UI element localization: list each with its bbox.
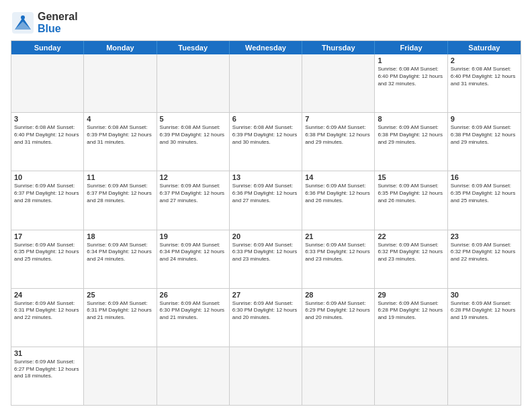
day-number-20: 20 xyxy=(232,232,299,240)
empty-cell-0-0 xyxy=(11,54,84,112)
day-cell-18: 18Sunrise: 6:09 AM Sunset: 6:34 PM Dayli… xyxy=(84,230,157,288)
calendar-row-6: 31Sunrise: 6:09 AM Sunset: 6:27 PM Dayli… xyxy=(11,347,521,405)
day-number-16: 16 xyxy=(451,173,518,181)
day-cell-16: 16Sunrise: 6:09 AM Sunset: 6:35 PM Dayli… xyxy=(448,171,521,229)
svg-point-3 xyxy=(21,15,25,19)
day-info-31: Sunrise: 6:09 AM Sunset: 6:27 PM Dayligh… xyxy=(14,359,81,380)
day-cell-2: 2Sunrise: 6:08 AM Sunset: 6:40 PM Daylig… xyxy=(448,54,521,112)
empty-cell-5-2 xyxy=(157,347,230,405)
empty-cell-0-3 xyxy=(230,54,302,112)
day-number-5: 5 xyxy=(160,115,226,123)
day-number-1: 1 xyxy=(378,56,444,64)
day-cell-31: 31Sunrise: 6:09 AM Sunset: 6:27 PM Dayli… xyxy=(11,347,84,405)
header-day-saturday: Saturday xyxy=(448,41,521,54)
day-cell-25: 25Sunrise: 6:09 AM Sunset: 6:31 PM Dayli… xyxy=(84,289,157,347)
logo-blue: Blue xyxy=(38,23,78,35)
day-number-28: 28 xyxy=(305,291,371,299)
day-info-5: Sunrise: 6:08 AM Sunset: 6:39 PM Dayligh… xyxy=(160,124,226,146)
logo: General Blue xyxy=(11,11,78,35)
day-cell-6: 6Sunrise: 6:08 AM Sunset: 6:39 PM Daylig… xyxy=(230,113,302,171)
header: General Blue xyxy=(11,11,521,35)
day-info-26: Sunrise: 6:09 AM Sunset: 6:30 PM Dayligh… xyxy=(160,300,226,322)
day-cell-4: 4Sunrise: 6:08 AM Sunset: 6:39 PM Daylig… xyxy=(84,113,157,171)
day-number-10: 10 xyxy=(14,173,81,181)
day-number-8: 8 xyxy=(378,115,444,123)
empty-cell-0-1 xyxy=(84,54,157,112)
day-info-17: Sunrise: 6:09 AM Sunset: 6:35 PM Dayligh… xyxy=(14,242,81,263)
day-cell-28: 28Sunrise: 6:09 AM Sunset: 6:29 PM Dayli… xyxy=(302,289,375,347)
day-cell-30: 30Sunrise: 6:09 AM Sunset: 6:28 PM Dayli… xyxy=(448,289,521,347)
day-info-24: Sunrise: 6:09 AM Sunset: 6:31 PM Dayligh… xyxy=(14,300,81,322)
day-number-9: 9 xyxy=(451,115,518,123)
day-cell-24: 24Sunrise: 6:09 AM Sunset: 6:31 PM Dayli… xyxy=(11,289,84,347)
day-number-3: 3 xyxy=(14,115,81,123)
calendar-row-4: 17Sunrise: 6:09 AM Sunset: 6:35 PM Dayli… xyxy=(11,230,521,288)
calendar-row-3: 10Sunrise: 6:09 AM Sunset: 6:37 PM Dayli… xyxy=(11,171,521,229)
empty-cell-0-4 xyxy=(302,54,375,112)
day-number-25: 25 xyxy=(87,291,153,299)
day-cell-17: 17Sunrise: 6:09 AM Sunset: 6:35 PM Dayli… xyxy=(11,230,84,288)
day-cell-15: 15Sunrise: 6:09 AM Sunset: 6:35 PM Dayli… xyxy=(375,171,447,229)
empty-cell-5-1 xyxy=(84,347,157,405)
header-day-friday: Friday xyxy=(375,41,447,54)
day-cell-27: 27Sunrise: 6:09 AM Sunset: 6:30 PM Dayli… xyxy=(230,289,302,347)
day-number-6: 6 xyxy=(232,115,299,123)
day-cell-5: 5Sunrise: 6:08 AM Sunset: 6:39 PM Daylig… xyxy=(157,113,230,171)
header-day-sunday: Sunday xyxy=(11,41,84,54)
day-info-9: Sunrise: 6:09 AM Sunset: 6:38 PM Dayligh… xyxy=(451,124,518,146)
calendar-body: 1Sunrise: 6:08 AM Sunset: 6:40 PM Daylig… xyxy=(11,54,521,405)
day-number-29: 29 xyxy=(378,291,444,299)
day-info-16: Sunrise: 6:09 AM Sunset: 6:35 PM Dayligh… xyxy=(451,183,518,204)
day-number-31: 31 xyxy=(14,349,81,357)
day-number-15: 15 xyxy=(378,173,444,181)
day-cell-14: 14Sunrise: 6:09 AM Sunset: 6:36 PM Dayli… xyxy=(302,171,375,229)
day-info-12: Sunrise: 6:09 AM Sunset: 6:37 PM Dayligh… xyxy=(160,183,226,204)
day-cell-9: 9Sunrise: 6:09 AM Sunset: 6:38 PM Daylig… xyxy=(448,113,521,171)
day-info-21: Sunrise: 6:09 AM Sunset: 6:33 PM Dayligh… xyxy=(305,242,371,263)
day-info-2: Sunrise: 6:08 AM Sunset: 6:40 PM Dayligh… xyxy=(451,66,518,87)
day-number-11: 11 xyxy=(87,173,153,181)
day-info-7: Sunrise: 6:09 AM Sunset: 6:38 PM Dayligh… xyxy=(305,124,371,146)
day-info-4: Sunrise: 6:08 AM Sunset: 6:39 PM Dayligh… xyxy=(87,124,153,146)
header-day-monday: Monday xyxy=(84,41,157,54)
day-info-20: Sunrise: 6:09 AM Sunset: 6:33 PM Dayligh… xyxy=(232,242,299,263)
day-info-18: Sunrise: 6:09 AM Sunset: 6:34 PM Dayligh… xyxy=(87,242,153,263)
calendar-row-5: 24Sunrise: 6:09 AM Sunset: 6:31 PM Dayli… xyxy=(11,288,521,347)
day-number-17: 17 xyxy=(14,232,81,240)
day-cell-11: 11Sunrise: 6:09 AM Sunset: 6:37 PM Dayli… xyxy=(84,171,157,229)
day-cell-7: 7Sunrise: 6:09 AM Sunset: 6:38 PM Daylig… xyxy=(302,113,375,171)
day-info-6: Sunrise: 6:08 AM Sunset: 6:39 PM Dayligh… xyxy=(232,124,299,146)
day-info-8: Sunrise: 6:09 AM Sunset: 6:38 PM Dayligh… xyxy=(378,124,444,146)
day-number-27: 27 xyxy=(232,291,299,299)
day-cell-3: 3Sunrise: 6:08 AM Sunset: 6:40 PM Daylig… xyxy=(11,113,84,171)
empty-cell-5-5 xyxy=(375,347,447,405)
page: General Blue SundayMondayTuesdayWednesda… xyxy=(0,0,532,411)
day-cell-10: 10Sunrise: 6:09 AM Sunset: 6:37 PM Dayli… xyxy=(11,171,84,229)
header-day-wednesday: Wednesday xyxy=(230,41,302,54)
day-number-2: 2 xyxy=(451,56,518,64)
day-info-15: Sunrise: 6:09 AM Sunset: 6:35 PM Dayligh… xyxy=(378,183,444,204)
day-info-30: Sunrise: 6:09 AM Sunset: 6:28 PM Dayligh… xyxy=(451,300,518,322)
calendar: SundayMondayTuesdayWednesdayThursdayFrid… xyxy=(11,40,521,406)
day-info-29: Sunrise: 6:09 AM Sunset: 6:28 PM Dayligh… xyxy=(378,300,444,322)
day-number-4: 4 xyxy=(87,115,153,123)
day-number-19: 19 xyxy=(160,232,226,240)
day-number-26: 26 xyxy=(160,291,226,299)
day-info-3: Sunrise: 6:08 AM Sunset: 6:40 PM Dayligh… xyxy=(14,124,81,146)
logo-general: General xyxy=(38,11,78,23)
day-cell-19: 19Sunrise: 6:09 AM Sunset: 6:34 PM Dayli… xyxy=(157,230,230,288)
day-info-13: Sunrise: 6:09 AM Sunset: 6:36 PM Dayligh… xyxy=(232,183,299,204)
empty-cell-5-3 xyxy=(230,347,302,405)
day-cell-12: 12Sunrise: 6:09 AM Sunset: 6:37 PM Dayli… xyxy=(157,171,230,229)
day-info-27: Sunrise: 6:09 AM Sunset: 6:30 PM Dayligh… xyxy=(232,300,299,322)
logo-svg xyxy=(11,11,35,35)
day-info-11: Sunrise: 6:09 AM Sunset: 6:37 PM Dayligh… xyxy=(87,183,153,204)
day-number-30: 30 xyxy=(451,291,518,299)
header-day-tuesday: Tuesday xyxy=(157,41,230,54)
day-number-13: 13 xyxy=(232,173,299,181)
day-info-25: Sunrise: 6:09 AM Sunset: 6:31 PM Dayligh… xyxy=(87,300,153,322)
day-cell-21: 21Sunrise: 6:09 AM Sunset: 6:33 PM Dayli… xyxy=(302,230,375,288)
day-info-23: Sunrise: 6:09 AM Sunset: 6:32 PM Dayligh… xyxy=(451,242,518,263)
day-number-7: 7 xyxy=(305,115,371,123)
day-cell-29: 29Sunrise: 6:09 AM Sunset: 6:28 PM Dayli… xyxy=(375,289,447,347)
